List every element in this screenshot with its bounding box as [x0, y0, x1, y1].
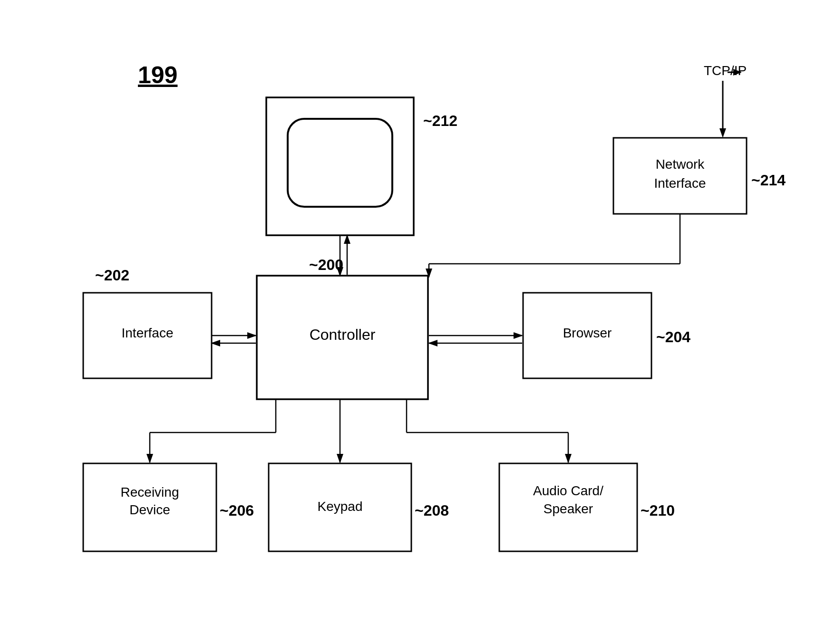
browser-label: Browser: [563, 326, 612, 340]
network-interface-label2: Interface: [654, 176, 706, 191]
tcpip-label: TCP/IP: [704, 63, 747, 78]
svg-marker-11: [426, 269, 432, 278]
svg-marker-1: [719, 128, 726, 138]
controller-label: Controller: [310, 326, 376, 343]
svg-marker-25: [337, 454, 343, 463]
svg-marker-23: [146, 454, 153, 463]
receiving-device-label1: Receiving: [121, 485, 179, 500]
audio-card-label2: Speaker: [544, 501, 593, 516]
svg-marker-17: [514, 332, 523, 339]
interface-label: Interface: [122, 326, 174, 340]
display-screen: [288, 119, 392, 207]
receiving-device-id: ~206: [220, 502, 254, 519]
browser-id: ~204: [656, 328, 690, 346]
network-interface-id: ~214: [751, 172, 786, 189]
interface-id: ~202: [95, 267, 129, 284]
network-interface-label: Network: [656, 157, 705, 172]
svg-marker-13: [247, 332, 257, 339]
svg-marker-29: [565, 454, 572, 463]
receiving-device-label2: Device: [129, 502, 170, 517]
audio-card-id: ~210: [641, 502, 675, 519]
svg-marker-19: [428, 340, 437, 346]
system-id-label: 199: [138, 62, 177, 88]
audio-card-label1: Audio Card/: [533, 483, 603, 498]
keypad-label: Keypad: [318, 499, 363, 514]
diagram-container: 199 TCP/IP Network Interface ~214 ~212 C…: [0, 0, 835, 644]
display-id: ~212: [423, 112, 457, 129]
keypad-id: ~208: [415, 502, 449, 519]
